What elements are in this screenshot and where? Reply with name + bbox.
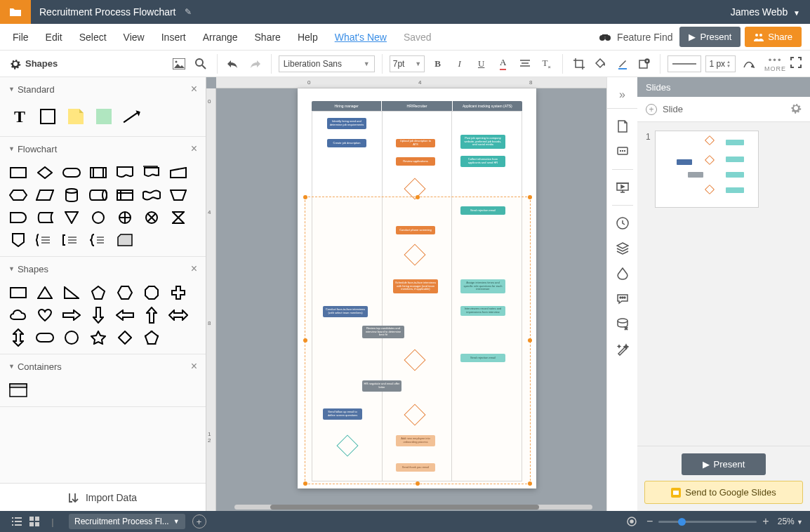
- note-shape[interactable]: [66, 107, 86, 126]
- node[interactable]: Review top candidates and interview boar…: [362, 326, 404, 338]
- theme-icon[interactable]: [615, 266, 630, 281]
- bs-rect[interactable]: [8, 285, 28, 300]
- decision[interactable]: [337, 435, 358, 456]
- node[interactable]: Review applications: [396, 157, 435, 166]
- send-to-gslides-button[interactable]: Send to Google Slides: [644, 481, 803, 504]
- fc-manualinput[interactable]: [168, 165, 188, 180]
- slide-thumbnail[interactable]: 1: [646, 131, 802, 208]
- document-title[interactable]: Recruitment Process Flowchart: [31, 6, 182, 18]
- bs-star[interactable]: [88, 330, 108, 345]
- menu-help[interactable]: Help: [289, 27, 326, 47]
- section-shapes-header[interactable]: ▼ Shapes ×: [0, 257, 206, 281]
- swimlane-header-3[interactable]: Applicant tracking system (ATS): [453, 101, 522, 111]
- zoom-value[interactable]: 25% ▼: [778, 517, 803, 526]
- block-shape[interactable]: [94, 107, 114, 126]
- line-color-icon[interactable]: [613, 55, 631, 73]
- menu-file[interactable]: File: [4, 27, 37, 47]
- feature-find[interactable]: Feature Find: [599, 32, 672, 43]
- fc-junction[interactable]: [142, 210, 161, 225]
- gear-icon[interactable]: [790, 102, 802, 116]
- zoom-out-icon[interactable]: −: [646, 515, 653, 528]
- hscrollbar[interactable]: [234, 505, 592, 510]
- fullscreen-icon[interactable]: [790, 57, 802, 70]
- node[interactable]: Send follow up email to define screen qu…: [323, 408, 362, 420]
- section-standard-header[interactable]: ▼ Standard ×: [0, 77, 206, 101]
- chat-icon[interactable]: [615, 291, 630, 307]
- node[interactable]: Assign interview times and specific role…: [460, 279, 505, 293]
- italic-icon[interactable]: I: [451, 55, 468, 73]
- hscroll-thumb[interactable]: [270, 505, 539, 510]
- menu-whatsnew[interactable]: What's New: [326, 27, 395, 47]
- shapes-button[interactable]: Shapes: [6, 55, 62, 72]
- menu-select[interactable]: Select: [71, 27, 115, 47]
- container-shape[interactable]: [8, 383, 28, 398]
- fc-bracelist[interactable]: [88, 232, 108, 248]
- close-icon[interactable]: ×: [191, 142, 197, 155]
- fc-decision[interactable]: [35, 165, 55, 180]
- shape-options-icon[interactable]: [635, 55, 653, 73]
- fc-manualop[interactable]: [168, 187, 188, 203]
- fc-collate[interactable]: [168, 210, 188, 225]
- image-icon[interactable]: [171, 55, 188, 73]
- bs-uarrow[interactable]: [142, 307, 161, 323]
- page-icon[interactable]: [615, 119, 630, 134]
- layers-icon[interactable]: [615, 241, 630, 256]
- bs-cloud[interactable]: [8, 307, 28, 323]
- node[interactable]: Post job opening to company website, pre…: [460, 135, 505, 149]
- fill-icon[interactable]: [592, 55, 609, 73]
- collapse-panel-icon[interactable]: »: [607, 84, 637, 109]
- node[interactable]: Identify hiring need and determine job r…: [327, 118, 366, 129]
- fc-stored[interactable]: [35, 210, 55, 225]
- magic-icon[interactable]: [615, 342, 630, 357]
- menu-view[interactable]: View: [115, 27, 153, 47]
- bs-isotri[interactable]: [35, 285, 55, 300]
- swimlane-header-2[interactable]: HR/Recruiter: [382, 101, 452, 111]
- bs-rarrow[interactable]: [62, 307, 81, 323]
- bs-cross[interactable]: [168, 285, 188, 300]
- line-style-select[interactable]: [668, 55, 701, 72]
- node[interactable]: Collect information from applicants and …: [460, 156, 505, 167]
- redo-icon[interactable]: [246, 55, 264, 73]
- bs-diamond[interactable]: [115, 330, 135, 345]
- node[interactable]: Send rejection email: [460, 354, 505, 362]
- fc-internal[interactable]: [115, 187, 135, 203]
- outline-icon[interactable]: [7, 517, 25, 526]
- bold-icon[interactable]: B: [429, 55, 446, 73]
- line-options-icon[interactable]: [740, 55, 757, 73]
- bs-darrow[interactable]: [88, 307, 108, 323]
- bs-heart[interactable]: [35, 307, 55, 323]
- line-width-select[interactable]: 1 px ▲▼: [705, 55, 736, 72]
- node[interactable]: Add new employee into onboarding process: [396, 435, 435, 446]
- present-button-2[interactable]: ▶ Present: [682, 453, 766, 475]
- user-menu[interactable]: James Webb ▼: [721, 6, 810, 18]
- zoom-slider[interactable]: [658, 521, 757, 523]
- decision[interactable]: [404, 404, 425, 425]
- fc-offpage[interactable]: [8, 232, 28, 248]
- fc-papertape[interactable]: [142, 187, 161, 203]
- zoom-thumb[interactable]: [678, 518, 686, 526]
- node[interactable]: Send rejection email: [460, 206, 505, 215]
- text-shape[interactable]: T: [10, 107, 29, 126]
- target-icon[interactable]: [623, 516, 641, 527]
- close-icon[interactable]: ×: [191, 83, 197, 95]
- fc-brace[interactable]: [35, 232, 55, 248]
- canvas[interactable]: 0 4 8 0 4 8 1 2 Hiring manager HR/Recrui…: [206, 77, 606, 511]
- add-slide-row[interactable]: + Slide: [637, 97, 810, 122]
- section-containers-header[interactable]: ▼ Containers ×: [0, 354, 206, 378]
- more-label[interactable]: MORE: [764, 65, 786, 72]
- fc-delay[interactable]: [8, 210, 28, 225]
- text-color-icon[interactable]: A: [494, 55, 512, 73]
- menu-share[interactable]: Share: [246, 27, 289, 47]
- arrow-shape[interactable]: [122, 107, 142, 126]
- swimlane-header-1[interactable]: Hiring manager: [312, 101, 382, 111]
- section-flowchart-header[interactable]: ▼ Flowchart ×: [0, 137, 206, 161]
- fc-merge[interactable]: [62, 210, 81, 225]
- comment-icon[interactable]: [615, 144, 630, 159]
- page-tab[interactable]: Recruitment Process Fl... ▼: [69, 514, 185, 529]
- font-select[interactable]: Liberation Sans ▼: [279, 55, 375, 72]
- underline-icon[interactable]: U: [472, 55, 490, 73]
- bs-octagon[interactable]: [142, 285, 161, 300]
- node[interactable]: Send thank you email: [396, 463, 435, 472]
- close-icon[interactable]: ×: [191, 360, 197, 373]
- text-format-icon[interactable]: T×: [538, 55, 555, 73]
